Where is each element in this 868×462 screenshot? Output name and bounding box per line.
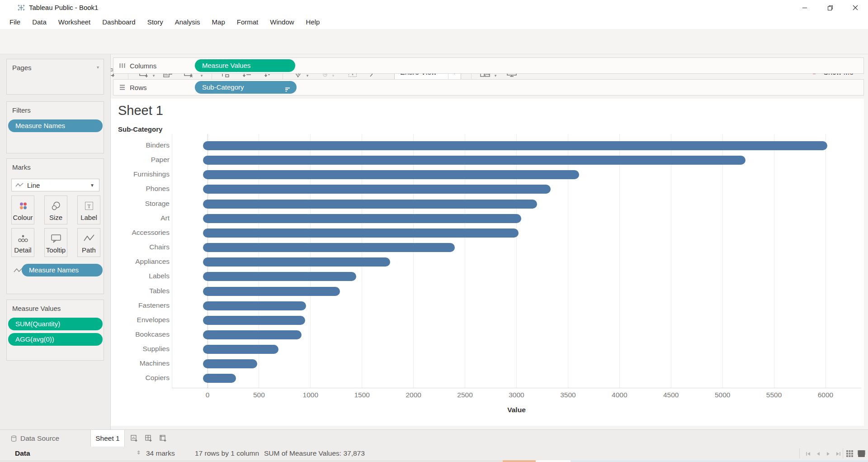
gridline [671,134,671,388]
row-label-art[interactable]: Art [111,214,170,222]
last-sheet-button[interactable] [834,450,843,457]
marks-pill-measure-names[interactable]: Measure Names [22,264,103,276]
menu-item-worksheet[interactable]: Worksheet [52,15,96,29]
size-button[interactable]: Size [44,195,67,224]
x-tick-label: 5000 [707,391,738,399]
bar-chairs[interactable] [203,243,455,252]
x-tick-label: 2000 [398,391,429,399]
row-label-furnishings[interactable]: Furnishings [111,170,170,178]
tab-sheet-1[interactable]: Sheet 1 [90,430,125,447]
rows-pill-sub-category[interactable]: Sub-Category [195,81,297,94]
previous-sheet-button[interactable] [814,450,823,457]
bar-furnishings[interactable] [203,170,579,179]
row-label-labels[interactable]: Labels [111,272,170,280]
bar-binders[interactable] [203,141,827,150]
bar-fasteners[interactable] [203,301,306,310]
x-tick-label: 3000 [501,391,533,399]
row-label-envelopes[interactable]: Envelopes [111,316,170,324]
bar-copiers[interactable] [203,374,236,383]
menu-item-format[interactable]: Format [231,15,264,29]
filters-card-title: Filters [7,102,104,114]
bar-phones[interactable] [203,185,551,194]
bar-storage[interactable] [203,200,537,209]
menu-item-story[interactable]: Story [142,15,169,29]
row-label-accessories[interactable]: Accessories [111,229,170,237]
new-story-tab-button[interactable] [157,433,169,444]
filter-pill-measure-names[interactable]: Measure Names [8,119,103,132]
measure-values-pill-agg-avg0[interactable]: AGG(avg(0)) [8,333,103,346]
row-label-supplies[interactable]: Supplies [111,345,170,353]
tableau-window: Tableau Public - Book1 FileDataWorksheet… [0,0,868,462]
row-header[interactable]: Sub-Category [118,125,162,133]
restore-button[interactable] [817,0,843,15]
minimize-button[interactable] [792,0,817,15]
row-label-binders[interactable]: Binders [111,141,170,149]
row-label-fasteners[interactable]: Fasteners [111,301,170,310]
bar-supplies[interactable] [203,345,278,354]
show-tabs-icon[interactable] [856,449,866,458]
label-button[interactable]: T Label [77,195,100,224]
x-tick-label: 1500 [346,391,378,399]
x-tick-label: 5500 [758,391,790,399]
bar-machines[interactable] [203,359,257,368]
bar-art[interactable] [203,214,521,223]
close-button[interactable] [843,0,868,15]
tooltip-button[interactable]: Tooltip [44,228,67,257]
line-mark-icon [15,183,24,187]
mark-type-dropdown[interactable]: Line ▼ [11,179,99,191]
row-label-appliances[interactable]: Appliances [111,257,170,266]
bar-accessories[interactable] [203,229,519,238]
sheet-tab-bar: Data Source Sheet 1 [0,429,868,447]
sort-descending-badge-icon[interactable] [284,84,291,94]
menu-item-analysis[interactable]: Analysis [169,15,206,29]
menu-item-dashboard[interactable]: Dashboard [96,15,141,29]
colour-icon [18,200,28,212]
menu-item-data[interactable]: Data [26,15,52,29]
x-tick-label: 1000 [295,391,326,399]
sheet-title: Sheet 1 [118,103,163,118]
columns-pill-measure-values[interactable]: Measure Values [195,59,295,72]
new-worksheet-tab-button[interactable] [128,433,140,444]
row-label-chairs[interactable]: Chairs [111,243,170,251]
row-label-paper[interactable]: Paper [111,156,170,164]
bar-paper[interactable] [203,156,745,165]
measure-values-card: Measure Values SUM(Quantity) AGG(avg(0)) [6,300,104,361]
rows-icon [119,84,126,90]
next-sheet-button[interactable] [824,450,833,457]
first-sheet-button[interactable] [804,450,813,457]
row-label-storage[interactable]: Storage [111,200,170,208]
new-dashboard-tab-button[interactable] [143,433,155,444]
menu-item-file[interactable]: File [4,15,26,29]
row-label-bookcases[interactable]: Bookcases [111,330,170,338]
gridline [826,134,826,388]
detail-button[interactable]: Detail [11,228,34,257]
menu-item-map[interactable]: Map [206,15,231,29]
columns-icon [119,62,126,69]
row-label-machines[interactable]: Machines [111,359,170,367]
pages-card-caret-icon[interactable]: ▾ [97,65,99,70]
gridline [774,134,774,388]
menu-item-help[interactable]: Help [300,15,326,29]
colour-button[interactable]: Colour [11,195,34,224]
tableau-logo-icon [17,4,25,14]
row-label-tables[interactable]: Tables [111,287,170,295]
bar-bookcases[interactable] [203,330,302,339]
tab-data-source[interactable]: Data Source [0,430,72,447]
pages-card-title: Pages [7,59,104,71]
x-tick-label: 4500 [655,391,687,399]
tooltip-icon [50,233,62,244]
bar-labels[interactable] [203,272,356,281]
path-button[interactable]: Path [77,228,100,257]
measure-values-pill-sum-quantity[interactable]: SUM(Quantity) [8,318,103,330]
status-sort-icon[interactable]: ⇕ [137,450,141,456]
menu-item-window[interactable]: Window [264,15,300,29]
filters-card: Filters Measure Names [6,101,104,153]
row-label-phones[interactable]: Phones [111,185,170,193]
row-label-copiers[interactable]: Copiers [111,374,170,382]
bar-tables[interactable] [203,287,340,296]
data-pane: Pages ▾ Filters Measure Names Marks Line… [0,54,111,429]
sheet-sorter-icon[interactable] [844,449,854,458]
bar-envelopes[interactable] [203,316,305,325]
bar-appliances[interactable] [203,257,390,267]
status-pane-label[interactable]: Data [15,449,30,457]
